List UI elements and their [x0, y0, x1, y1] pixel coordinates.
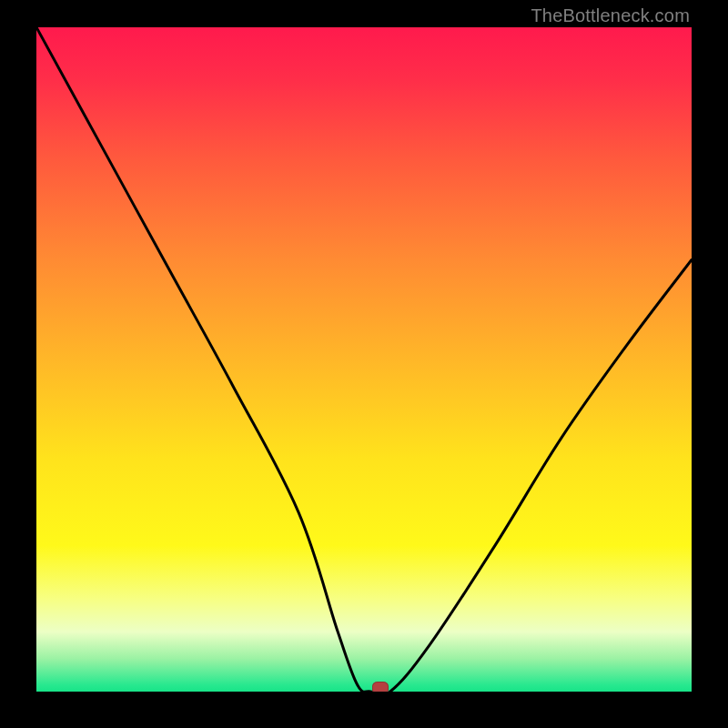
plot-area	[36, 27, 692, 692]
min-marker	[372, 682, 389, 692]
watermark-text: TheBottleneck.com	[531, 5, 690, 26]
bottleneck-curve-path	[36, 27, 692, 692]
curve-svg	[36, 27, 692, 692]
chart-frame: TheBottleneck.com	[0, 0, 728, 728]
